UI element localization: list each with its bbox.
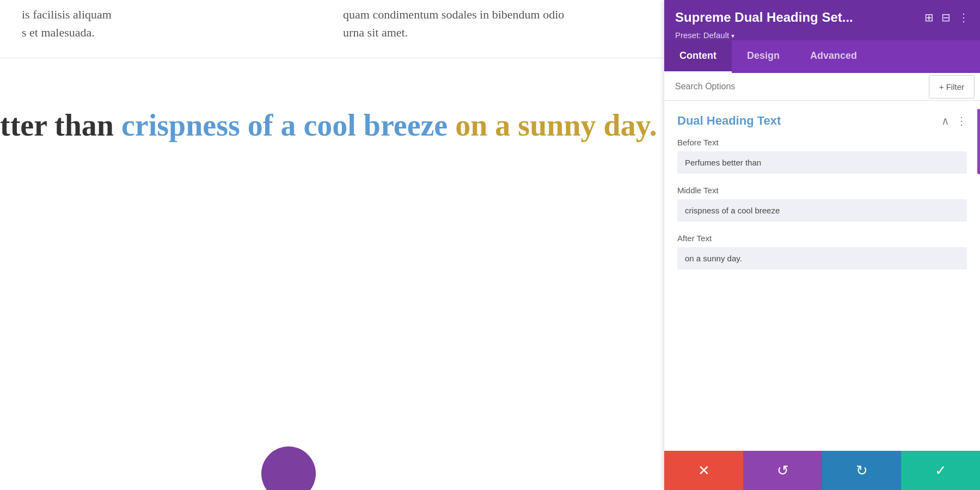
panel-title: Supreme Dual Heading Set... [675,10,853,25]
content-col-2: quam condimentum sodales in bibendum odi… [343,5,642,41]
panel-content: Dual Heading Text ∧ ⋮ Before Text Middle… [664,101,980,451]
col1-text: is facilisis aliquams et malesuada. [22,5,321,41]
panel-tabs: Content Design Advanced [664,40,980,73]
search-input[interactable] [664,73,929,100]
tab-content[interactable]: Content [664,40,732,73]
panel-header: Supreme Dual Heading Set... ⊞ ⊟ ⋮ Preset… [664,0,980,40]
content-col-1: is facilisis aliquams et malesuada. [22,5,321,41]
redo-button[interactable]: ↻ [822,451,901,490]
section-header: Dual Heading Text ∧ ⋮ [677,114,967,128]
middle-text-group: Middle Text [677,186,967,222]
search-bar: + Filter [664,73,980,101]
section-title: Dual Heading Text [677,114,781,128]
preset-label[interactable]: Preset: Default [675,30,734,40]
col2-text: quam condimentum sodales in bibendum odi… [343,5,642,41]
heading-before: tter than [0,108,121,142]
section-more-icon[interactable]: ⋮ [956,114,967,127]
tab-advanced[interactable]: Advanced [795,40,872,73]
heading-middle: crispness of a cool breeze [121,108,448,142]
right-edge-indicator [977,109,980,174]
right-panel: Supreme Dual Heading Set... ⊞ ⊟ ⋮ Preset… [664,0,980,490]
filter-button[interactable]: + Filter [929,75,975,99]
preset-row: Preset: Default [675,30,969,40]
save-button[interactable]: ✓ [901,451,980,490]
heading-display: tter than crispness of a cool breeze on … [0,75,664,144]
tab-design[interactable]: Design [732,40,795,73]
before-text-group: Before Text [677,138,967,174]
after-text-input[interactable] [677,247,967,270]
divider [0,58,664,58]
heading-after: on a sunny day. [448,108,657,142]
more-options-icon[interactable]: ⋮ [958,11,969,24]
after-text-label: After Text [677,234,967,243]
collapse-icon[interactable]: ∧ [941,114,950,127]
middle-text-input[interactable] [677,199,967,222]
columns-icon[interactable]: ⊟ [941,11,951,24]
purple-circle-decoration [261,446,316,490]
resize-icon[interactable]: ⊞ [924,11,934,24]
action-bar: ✕ ↺ ↻ ✓ [664,451,980,490]
cancel-button[interactable]: ✕ [664,451,743,490]
content-area: is facilisis aliquams et malesuada. quam… [0,0,664,490]
content-top: is facilisis aliquams et malesuada. quam… [0,0,664,41]
section-controls: ∧ ⋮ [941,114,967,127]
after-text-group: After Text [677,234,967,270]
middle-text-label: Middle Text [677,186,967,195]
reset-button[interactable]: ↺ [743,451,822,490]
before-text-input[interactable] [677,151,967,174]
panel-title-icons: ⊞ ⊟ ⋮ [924,11,969,24]
panel-title-row: Supreme Dual Heading Set... ⊞ ⊟ ⋮ [675,10,969,25]
before-text-label: Before Text [677,138,967,147]
